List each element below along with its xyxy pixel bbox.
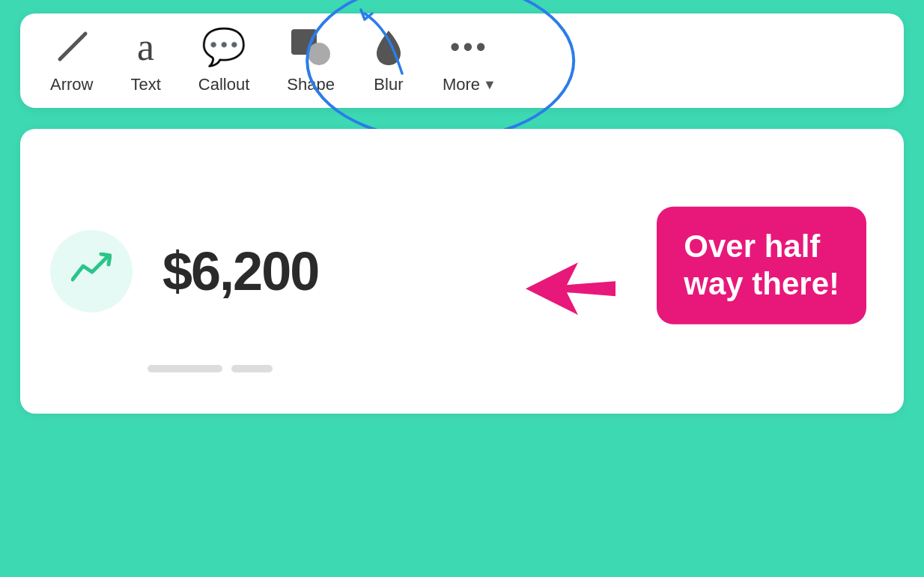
tool-text[interactable]: a Text	[130, 27, 160, 94]
stat-value: $6,200	[162, 241, 318, 302]
more-dropdown-icon: ▼	[483, 77, 496, 93]
toolbar-wrapper: Arrow a Text 💬 Callout Shape	[0, 0, 924, 121]
circle-highlight	[306, 0, 575, 142]
callout-icon: 💬	[201, 27, 246, 67]
more-label: More	[443, 75, 480, 94]
tool-more[interactable]: ••• More ▼	[443, 27, 496, 94]
tool-shape[interactable]: Shape	[287, 27, 335, 94]
blur-label: Blur	[374, 75, 403, 94]
callout-line1: Over half way there!	[684, 228, 839, 303]
progress-bars	[148, 365, 273, 372]
trend-icon-circle	[50, 230, 133, 312]
arrow-label: Arrow	[50, 75, 93, 94]
more-icon: •••	[450, 27, 489, 67]
trend-up-icon	[71, 253, 112, 290]
pink-arrow	[526, 259, 616, 321]
callout-bubble: Over half way there!	[657, 207, 866, 324]
stat-card: $6,200 Over half way there!	[20, 129, 904, 414]
shape-label: Shape	[287, 75, 335, 94]
arrow-icon	[54, 27, 90, 67]
progress-bar-long	[148, 365, 222, 372]
tool-blur[interactable]: Blur	[372, 27, 405, 94]
text-icon: a	[137, 27, 154, 67]
blur-icon	[372, 27, 405, 67]
callout-label: Callout	[198, 75, 249, 94]
svg-marker-1	[526, 262, 616, 315]
tool-callout[interactable]: 💬 Callout	[198, 27, 249, 94]
toolbar: Arrow a Text 💬 Callout Shape	[20, 13, 904, 108]
svg-line-0	[60, 34, 85, 59]
shape-icon	[291, 27, 330, 67]
content-area: $6,200 Over half way there!	[0, 121, 924, 421]
tool-arrow[interactable]: Arrow	[50, 27, 93, 94]
progress-bar-short	[231, 365, 273, 372]
text-label: Text	[130, 75, 160, 94]
